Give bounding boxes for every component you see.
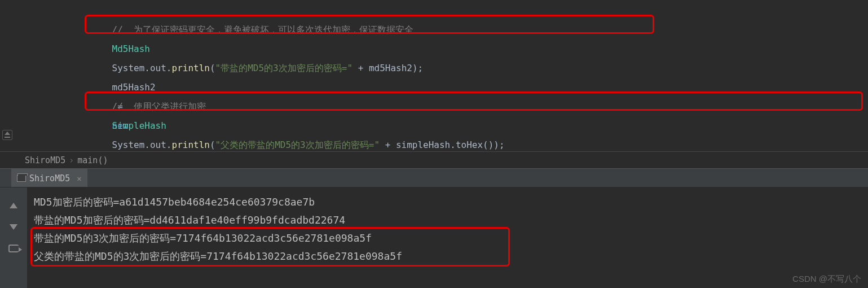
output-line: 带盐的MD5加密后的密码=dd4611daf1e40eff99b9fdcadbd… [34,211,862,229]
output-line: 带盐的MD5的3次加密后的密码=7174f64b13022acd3c56e278… [34,229,862,247]
run-tab-bar: ShiroMD5 ✕ [0,168,868,187]
code-line: SimpleHash simpleHash = new SimpleHash( … [0,97,868,116]
run-tab-label: ShiroMD5 [29,173,70,184]
scroll-down-icon[interactable] [8,221,19,233]
terminal-icon [17,175,26,182]
breadcrumb-item[interactable]: main() [77,155,108,165]
run-tab[interactable]: ShiroMD5 ✕ [11,169,87,187]
console-output[interactable]: MD5加密后的密码=a61d1457beb4684e254ce60379c8ae… [27,187,868,288]
code-line: // 使用父类进行加密 [0,78,868,97]
code-editor[interactable]: // 为了保证密码更安全，避免被破坏，可以多次迭代加密，保证数据安全 Md5Ha… [0,0,868,151]
soft-wrap-icon[interactable] [8,245,19,252]
console-toolbar [0,187,27,288]
scroll-up-icon[interactable] [8,200,19,211]
code-line: System.out.println("父类的带盐的MD5的3次加密后的密码="… [0,116,868,136]
breadcrumb[interactable]: ShiroMD5 › main() [0,151,868,168]
console-panel: MD5加密后的密码=a61d1457beb4684e254ce60379c8ae… [0,187,868,288]
output-line: 父类的带盐的MD5的3次加密后的密码=7174f64b13022acd3c56e… [34,247,862,265]
breadcrumb-item[interactable]: ShiroMD5 [25,155,65,165]
output-line: MD5加密后的密码=a61d1457beb4684e254ce60379c8ae… [34,193,862,211]
chevron-right-icon: › [69,155,74,165]
watermark: CSDN @不写八个 [792,274,861,285]
code-line [0,59,868,78]
code-line: System.out.println("带盐的MD5的3次加密后的密码=" + … [0,40,868,59]
code-line: // 为了保证密码更安全，避免被破坏，可以多次迭代加密，保证数据安全 [0,1,868,20]
code-line: Md5Hash md5Hash2 = new Md5Hash(password,… [0,20,868,40]
code-line: } [0,136,868,151]
collapse-icon[interactable] [2,130,12,140]
close-icon[interactable]: ✕ [77,174,81,183]
